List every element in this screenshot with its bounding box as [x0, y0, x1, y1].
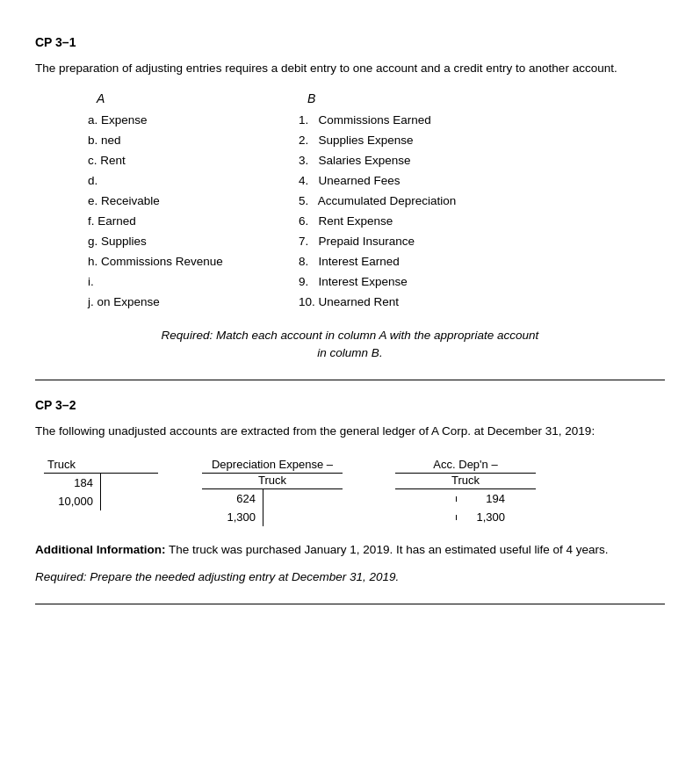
dep-exp-bottom-left: 1,300 [202, 508, 263, 526]
list-item: h. Commissions Revenue [88, 252, 263, 272]
cp31-description: The preparation of adjusting entries req… [35, 60, 665, 77]
list-item: f. Earned [88, 212, 263, 232]
cp32-description: The following unadjusted accounts are ex… [35, 423, 665, 440]
list-item: 6. Rent Expense [299, 212, 562, 232]
required-text: Prepare the needed adjusting entry at De… [90, 570, 399, 583]
list-item: 7. Prepaid Insurance [299, 232, 562, 252]
list-item: 8. Interest Earned [299, 252, 562, 272]
dep-exp-left-val: 624 [202, 489, 263, 508]
list-item: a. Expense [88, 111, 263, 131]
additional-info-label: Additional Information: [35, 543, 165, 556]
truck-right-val [101, 481, 149, 486]
cp31-section: CP 3–1 The preparation of adjusting entr… [35, 35, 665, 362]
acc-dep-account: Acc. Dep'n – Truck 194 1,300 [395, 458, 536, 526]
truck-data-row: 184 [44, 474, 158, 492]
col-b-header: B [299, 91, 562, 105]
cp32-section: CP 3–2 The following unadjusted accounts… [35, 398, 665, 586]
divider-1 [35, 380, 665, 380]
dep-exp-subtitle: Truck [202, 474, 343, 489]
required-line1: Required: Match each account in column A… [162, 329, 539, 342]
list-item: 9. Interest Expense [299, 272, 562, 293]
column-a: A a. Expense b. ned c. Rent d. e. Receiv… [35, 91, 263, 312]
additional-info: Additional Information: The truck was pu… [35, 540, 665, 560]
acc-dep-title: Acc. Dep'n – [395, 458, 536, 474]
list-item: 2. Supplies Expense [299, 131, 562, 151]
ledger-accounts: Truck 184 10,000 Depreciation Expense – … [35, 458, 665, 526]
acc-dep-bottom-left [395, 515, 457, 520]
required-line2: in column B. [317, 346, 382, 359]
list-item: d. [88, 171, 263, 192]
dep-exp-bottom-row: 1,300 [202, 508, 343, 526]
list-item: e. Receivable [88, 192, 263, 212]
list-item: 10. Unearned Rent [299, 293, 562, 313]
truck-left-val: 184 [44, 474, 101, 492]
list-item: c. Rent [88, 151, 263, 171]
truck-bottom-row: 10,000 [44, 492, 158, 510]
list-item: 5. Accumulated Depreciation [299, 192, 562, 212]
additional-info-text: The truck was purchased January 1, 2019.… [169, 543, 609, 556]
columns-container: A a. Expense b. ned c. Rent d. e. Receiv… [35, 91, 665, 312]
col-a-header: A [88, 91, 263, 105]
acc-dep-right-val: 194 [457, 489, 505, 508]
page: CP 3–1 The preparation of adjusting entr… [0, 18, 700, 640]
acc-dep-data-row: 194 [395, 489, 536, 508]
truck-bottom-left: 10,000 [44, 492, 101, 510]
dep-exp-title: Depreciation Expense – [202, 458, 343, 474]
list-item: i. [88, 272, 263, 293]
dep-exp-bottom-right [263, 515, 312, 520]
truck-bottom-right [101, 499, 149, 504]
dep-exp-data-row: 624 [202, 489, 343, 508]
acc-dep-left-val [395, 496, 457, 502]
cp32-title: CP 3–2 [35, 398, 665, 412]
required-label: Required: [35, 570, 87, 583]
list-item: j. on Expense [88, 293, 263, 313]
list-item: b. ned [88, 131, 263, 151]
acc-dep-subtitle: Truck [395, 474, 536, 489]
list-item: 1. Commissions Earned [299, 111, 562, 131]
list-item: 4. Unearned Fees [299, 171, 562, 192]
acc-dep-bottom-row: 1,300 [395, 508, 536, 526]
cp31-required: Required: Match each account in column A… [35, 327, 665, 363]
acc-dep-bottom-right: 1,300 [457, 508, 505, 526]
truck-title: Truck [44, 458, 158, 474]
dep-exp-account: Depreciation Expense – Truck 624 1,300 [202, 458, 343, 526]
list-item: g. Supplies [88, 232, 263, 252]
cp31-title: CP 3–1 [35, 35, 665, 49]
cp32-required: Required: Prepare the needed adjusting e… [35, 568, 665, 586]
divider-2 [35, 604, 665, 604]
column-b: B 1. Commissions Earned 2. Supplies Expe… [263, 91, 562, 312]
dep-exp-right-val [263, 496, 312, 502]
list-item: 3. Salaries Expense [299, 151, 562, 171]
truck-account: Truck 184 10,000 [44, 458, 158, 510]
